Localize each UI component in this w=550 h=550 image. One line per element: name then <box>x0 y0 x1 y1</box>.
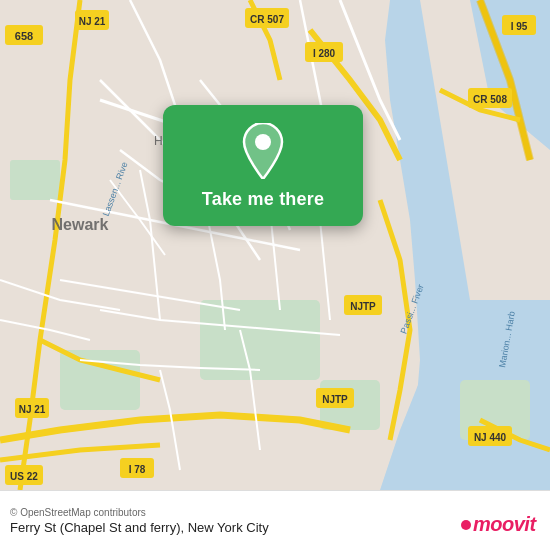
svg-text:NJTP: NJTP <box>350 301 376 312</box>
svg-point-38 <box>255 134 271 150</box>
svg-text:NJTP: NJTP <box>322 394 348 405</box>
svg-text:NJ 440: NJ 440 <box>474 432 507 443</box>
svg-rect-5 <box>60 350 140 410</box>
svg-text:658: 658 <box>15 30 33 42</box>
take-me-there-label: Take me there <box>202 189 324 210</box>
location-text-container: © OpenStreetMap contributors Ferry St (C… <box>10 507 269 535</box>
svg-text:Newark: Newark <box>52 216 109 233</box>
svg-text:NJ 21: NJ 21 <box>79 16 106 27</box>
map-svg: 658 NJ 21 CR 507 I 280 I 95 CR 508 NJ 21… <box>0 0 550 490</box>
map-pin-icon <box>239 123 287 179</box>
osm-credit: © OpenStreetMap contributors <box>10 507 269 518</box>
svg-text:I 78: I 78 <box>129 464 146 475</box>
map-container: 658 NJ 21 CR 507 I 280 I 95 CR 508 NJ 21… <box>0 0 550 490</box>
take-me-there-card[interactable]: Take me there <box>163 105 363 226</box>
svg-text:moovit: moovit <box>473 513 537 535</box>
svg-text:NJ 21: NJ 21 <box>19 404 46 415</box>
svg-text:CR 507: CR 507 <box>250 14 284 25</box>
svg-point-39 <box>461 520 471 530</box>
moovit-logo: moovit <box>458 505 538 537</box>
svg-text:I 95: I 95 <box>511 21 528 32</box>
moovit-logo-svg: moovit <box>458 505 538 537</box>
bottom-bar: © OpenStreetMap contributors Ferry St (C… <box>0 490 550 550</box>
location-name: Ferry St (Chapel St and ferry), New York… <box>10 520 269 535</box>
svg-text:US 22: US 22 <box>10 471 38 482</box>
svg-rect-8 <box>10 160 60 200</box>
svg-text:CR 508: CR 508 <box>473 94 507 105</box>
svg-text:I 280: I 280 <box>313 48 336 59</box>
